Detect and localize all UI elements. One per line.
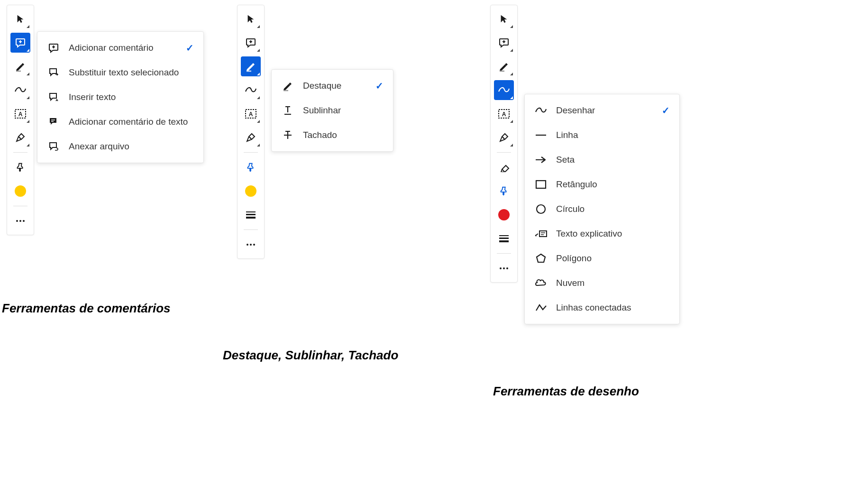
divider	[497, 253, 511, 254]
highlight-tool[interactable]	[494, 56, 514, 76]
cursor-icon	[15, 14, 26, 24]
pen-tool[interactable]	[10, 128, 30, 147]
draw-tool[interactable]	[494, 80, 514, 100]
flyout-item-arrow[interactable]: Seta	[525, 147, 679, 172]
marker-icon	[245, 61, 256, 72]
flyout-label: Retângulo	[556, 179, 670, 190]
flyout-item-callout[interactable]: Texto explicativo	[525, 221, 679, 246]
more-tool[interactable]	[241, 235, 261, 255]
flyout-item-strikethrough[interactable]: Tachado	[272, 123, 393, 147]
pin-tool[interactable]	[494, 181, 514, 201]
strikethrough-icon	[281, 128, 294, 142]
rectangle-icon	[534, 178, 548, 191]
svg-rect-19	[499, 238, 509, 239]
flyout-label: Desenhar	[556, 105, 651, 116]
polygon-icon	[534, 252, 548, 265]
comment-tool[interactable]	[10, 33, 30, 53]
select-tool[interactable]	[494, 9, 514, 29]
flyout-item-replace-text[interactable]: Substituir texto selecionado	[37, 60, 203, 85]
flyout-label: Nuvem	[556, 278, 670, 288]
flyout-label: Substituir texto selecionado	[69, 67, 194, 78]
svg-point-4	[19, 220, 21, 222]
flyout-item-line[interactable]: Linha	[525, 123, 679, 147]
thickness-tool[interactable]	[241, 205, 261, 225]
divider	[13, 206, 27, 206]
svg-point-14	[253, 244, 255, 246]
pin-icon	[499, 186, 509, 196]
arrow-icon	[534, 153, 548, 166]
svg-point-2	[19, 137, 20, 138]
panel2-caption: Destaque, Sublinhar, Tachado	[223, 348, 398, 363]
comment-plus-icon	[47, 41, 60, 55]
cursor-icon	[246, 14, 256, 24]
polyline-icon	[534, 301, 548, 314]
flyout-item-cloud[interactable]: Nuvem	[525, 271, 679, 295]
divider	[497, 152, 511, 153]
comment-tool[interactable]	[241, 33, 261, 53]
comment-replace-icon	[47, 66, 60, 79]
svg-rect-25	[536, 181, 546, 188]
textbox-tool[interactable]: A	[494, 104, 514, 124]
flyout-item-insert-text[interactable]: Inserir texto	[37, 85, 203, 110]
flyout-item-polyline[interactable]: Linhas conectadas	[525, 295, 679, 320]
flyout-item-rectangle[interactable]: Retângulo	[525, 172, 679, 197]
color-swatch[interactable]	[241, 181, 261, 201]
more-tool[interactable]	[494, 258, 514, 278]
flyout-item-add-comment[interactable]: Adicionar comentário ✓	[37, 36, 203, 60]
fountain-pen-icon	[498, 132, 510, 143]
eraser-tool[interactable]	[494, 157, 514, 177]
svg-rect-20	[499, 240, 509, 242]
flyout-item-polygon[interactable]: Polígono	[525, 246, 679, 271]
flyout-label: Linha	[556, 130, 670, 140]
textbox-tool[interactable]: A	[241, 104, 261, 124]
flyout-label: Texto explicativo	[556, 229, 670, 239]
ellipsis-icon	[16, 220, 25, 222]
pin-tool[interactable]	[241, 157, 261, 177]
fountain-pen-icon	[245, 132, 256, 143]
select-tool[interactable]	[10, 9, 30, 29]
select-tool[interactable]	[241, 9, 261, 29]
freehand-icon	[498, 86, 510, 94]
draw-flyout: Desenhar ✓ Linha Seta Retângulo Círculo …	[524, 94, 680, 324]
highlight-tool[interactable]	[10, 56, 30, 76]
pin-tool[interactable]	[10, 157, 30, 177]
comment-plus-icon	[245, 37, 256, 48]
thickness-tool[interactable]	[494, 229, 514, 248]
textbox-tool[interactable]: A	[10, 104, 30, 124]
divider	[244, 229, 258, 230]
flyout-item-attach[interactable]: Anexar arquivo	[37, 134, 203, 159]
comment-plus-icon	[15, 37, 26, 48]
textbox-icon: A	[14, 109, 27, 119]
panel1-caption: Ferramentas de comentários	[2, 301, 170, 316]
more-tool[interactable]	[10, 211, 30, 231]
textbox-icon: A	[245, 109, 257, 119]
comment-tool[interactable]	[494, 33, 514, 53]
freehand-icon	[534, 104, 548, 117]
flyout-item-highlight[interactable]: Destaque ✓	[272, 73, 393, 98]
flyout-item-circle[interactable]: Círculo	[525, 197, 679, 221]
flyout-item-draw[interactable]: Desenhar ✓	[525, 98, 679, 123]
comment-toolbar: A	[7, 5, 34, 235]
check-icon: ✓	[186, 42, 194, 54]
underline-icon	[281, 104, 294, 117]
draw-tool[interactable]	[241, 80, 261, 100]
svg-point-22	[503, 267, 505, 269]
comment-attach-icon	[47, 140, 60, 153]
draw-toolbar: A	[490, 5, 518, 283]
draw-tool[interactable]	[10, 80, 30, 100]
pen-tool[interactable]	[241, 128, 261, 147]
pin-icon	[246, 162, 256, 173]
svg-text:A: A	[249, 111, 253, 118]
flyout-item-underline[interactable]: Sublinhar	[272, 98, 393, 123]
color-swatch[interactable]	[494, 205, 514, 225]
highlight-flyout: Destaque ✓ Sublinhar Tachado	[271, 69, 393, 152]
color-swatch[interactable]	[10, 181, 30, 201]
cursor-icon	[499, 14, 509, 24]
panel3-caption: Ferramentas de desenho	[493, 384, 639, 399]
pen-tool[interactable]	[494, 128, 514, 147]
comment-plus-icon	[498, 37, 510, 48]
callout-icon	[534, 227, 548, 240]
flyout-item-text-comment[interactable]: Adicionar comentário de texto	[37, 110, 203, 134]
highlight-tool[interactable]	[241, 56, 261, 76]
svg-rect-18	[499, 235, 509, 236]
